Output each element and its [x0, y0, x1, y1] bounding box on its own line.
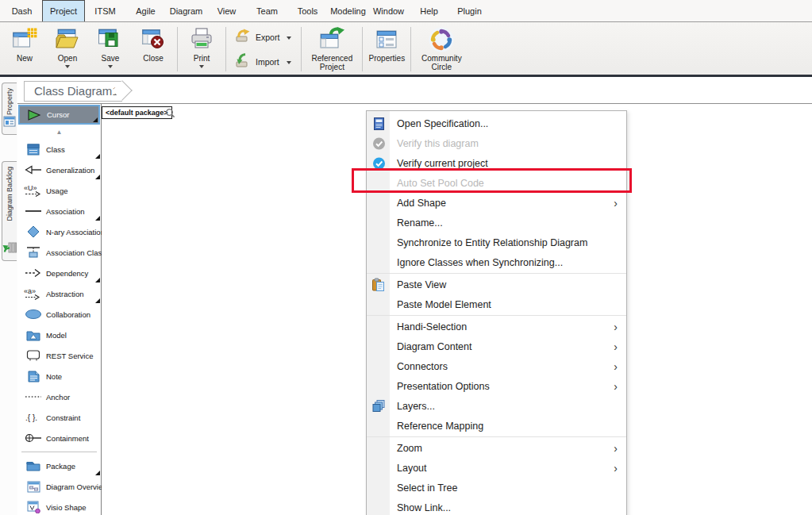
- palette-item-model[interactable]: Model: [17, 325, 101, 345]
- svg-text:«a»: «a»: [24, 287, 36, 295]
- palette-item-dependency[interactable]: Dependency: [17, 263, 101, 283]
- menubar-item-dash[interactable]: Dash: [2, 0, 42, 21]
- palette-item-class[interactable]: Class: [17, 139, 101, 159]
- toolbar-button-label: New: [17, 54, 33, 63]
- diagram-tab[interactable]: Class Diagram1: [24, 81, 122, 102]
- menubar-item-help[interactable]: Help: [409, 0, 449, 21]
- palette-item-generalization[interactable]: Generalization: [17, 159, 101, 180]
- context-menu-item-show-link[interactable]: Show Link...: [367, 498, 626, 515]
- new-window-icon: [12, 26, 37, 53]
- context-menu-item-layout[interactable]: Layout›: [367, 458, 626, 478]
- context-menu-item-label: Diagram Content: [397, 341, 472, 352]
- context-menu-item-presentation-options[interactable]: Presentation Options›: [367, 376, 626, 396]
- toolbar-group-divider: [301, 27, 302, 71]
- visio-shape-icon: [23, 501, 44, 513]
- menubar-item-diagram[interactable]: Diagram: [166, 0, 206, 21]
- toolbar-button-import[interactable]: Import: [236, 53, 291, 71]
- side-tab-property[interactable]: Property: [2, 83, 17, 135]
- magnifier-icon[interactable]: [165, 108, 175, 118]
- context-menu-item-diagram-content[interactable]: Diagram Content›: [367, 336, 626, 356]
- toolbar-button-label: Print: [194, 54, 210, 63]
- context-menu-item-connectors[interactable]: Connectors›: [367, 356, 626, 376]
- context-menu-item-label: Paste Model Element: [397, 299, 491, 310]
- context-menu-item-zoom[interactable]: Zoom›: [367, 438, 626, 458]
- palette-item-containment[interactable]: Containment: [17, 428, 101, 448]
- palette-item-anchor[interactable]: Anchor: [17, 386, 101, 407]
- menubar-item-view[interactable]: View: [206, 0, 247, 21]
- palette-item-abstraction[interactable]: «a»Abstraction: [17, 283, 101, 304]
- toolbar-button-label: Close: [143, 54, 164, 63]
- chevron-down-icon[interactable]: [287, 37, 291, 40]
- menubar-item-team[interactable]: Team: [247, 0, 287, 21]
- context-menu-item-paste-view[interactable]: Paste View: [367, 275, 626, 294]
- association-icon: [23, 209, 44, 213]
- toolbar-button-close[interactable]: Close: [132, 24, 175, 75]
- palette-item-association-class[interactable]: Association Class: [17, 242, 101, 263]
- menubar-item-plugin[interactable]: Plugin: [449, 0, 490, 21]
- context-menu-item-layers[interactable]: Layers...: [367, 396, 626, 416]
- anchor-icon: [23, 394, 44, 399]
- context-menu-item-add-shape[interactable]: Add Shape›: [367, 193, 626, 213]
- toolbar-button-community-circle[interactable]: Community Circle: [414, 24, 469, 75]
- palette-item-label: Association Class: [46, 248, 106, 257]
- context-menu-item-open-specification[interactable]: Open Specification...: [367, 113, 626, 133]
- menubar-item-modeling[interactable]: Modeling: [328, 0, 368, 21]
- toolbar-button-export[interactable]: Export: [236, 29, 291, 46]
- context-menu-item-synchronize-to-entity-relationship-diagram[interactable]: Synchronize to Entity Relationship Diagr…: [367, 233, 626, 252]
- context-menu-item-verify-current-project[interactable]: Verify current project: [367, 153, 626, 173]
- context-menu-item-label: Zoom: [397, 443, 422, 454]
- context-menu-item-reference-mapping[interactable]: Reference Mapping: [367, 416, 626, 436]
- default-package-label[interactable]: <default package>: [102, 106, 172, 119]
- palette-item-constraint[interactable]: .{ }.Constraint: [17, 407, 101, 428]
- toolbar-button-save[interactable]: Save: [89, 24, 132, 75]
- menubar-item-agile[interactable]: Agile: [125, 0, 166, 21]
- export-icon: [236, 29, 252, 46]
- palette-scroll-up[interactable]: ▲: [17, 125, 101, 139]
- toolbar-button-print[interactable]: Print: [180, 24, 223, 75]
- context-menu-item-select-in-tree[interactable]: Select in Tree: [367, 478, 626, 498]
- context-menu-item-label: Verify this diagram: [397, 138, 479, 149]
- toolbar-button-properties[interactable]: Properties: [365, 24, 408, 75]
- palette-item-label: Dependency: [46, 269, 88, 278]
- abstraction-icon: «a»: [23, 287, 44, 300]
- chevron-down-icon[interactable]: [65, 65, 70, 68]
- palette-item-usage[interactable]: «U»Usage: [17, 180, 101, 201]
- toolbar-button-new[interactable]: New: [3, 24, 46, 75]
- palette-item-association[interactable]: Association: [17, 201, 101, 221]
- submenu-arrow-icon: ›: [614, 321, 618, 332]
- context-menu-item-label: Layers...: [397, 401, 435, 412]
- palette-item-diagram-overview[interactable]: Diagram Overview: [17, 476, 101, 497]
- diagram-tab-label: Class Diagram1: [34, 84, 119, 98]
- open-specification-icon: [371, 117, 387, 130]
- context-menu-item-label: Auto Set Pool Code: [397, 178, 484, 189]
- import-icon: [236, 53, 252, 71]
- palette-item-cursor[interactable]: Cursor: [18, 105, 100, 125]
- side-tab-diagram-backlog[interactable]: Diagram Backlog: [2, 161, 17, 261]
- palette-divider: [21, 452, 97, 452]
- menubar: DashProjectITSMAgileDiagramViewTeamTools…: [0, 0, 812, 22]
- palette-item-rest-service[interactable]: REST Service: [17, 345, 101, 366]
- palette-item-visio-shape[interactable]: Visio Shape: [17, 497, 101, 515]
- palette-item-package[interactable]: Package: [17, 455, 101, 476]
- toolbar-button-open[interactable]: Open: [46, 24, 89, 75]
- context-menu-item-handi-selection[interactable]: Handi-Selection›: [367, 317, 626, 336]
- expand-corner-icon: [95, 298, 100, 303]
- context-menu-item-auto-set-pool-code: Auto Set Pool Code: [367, 173, 626, 193]
- palette-item-note[interactable]: Note: [17, 366, 101, 386]
- context-menu-separator: [367, 436, 626, 437]
- context-menu-item-ignore-classes-when-synchronizing[interactable]: Ignore Classes when Synchronizing...: [367, 252, 626, 272]
- nary-association-icon: [23, 225, 44, 238]
- menubar-item-window[interactable]: Window: [368, 0, 409, 21]
- palette-item-n-ary-association[interactable]: N-ary Association: [17, 221, 101, 242]
- menubar-item-itsm[interactable]: ITSM: [85, 0, 125, 21]
- menubar-item-project[interactable]: Project: [42, 0, 85, 21]
- context-menu-item-paste-model-element[interactable]: Paste Model Element: [367, 294, 626, 314]
- context-menu-item-rename[interactable]: Rename...: [367, 213, 626, 233]
- palette-item-label: Diagram Overview: [46, 482, 108, 491]
- toolbar-button-referenced-project[interactable]: Referenced Project: [304, 24, 360, 75]
- menubar-item-tools[interactable]: Tools: [287, 0, 328, 21]
- chevron-down-icon[interactable]: [108, 65, 113, 68]
- chevron-down-icon[interactable]: [287, 61, 291, 64]
- palette-item-collaboration[interactable]: Collaboration: [17, 304, 101, 325]
- chevron-down-icon[interactable]: [199, 65, 204, 68]
